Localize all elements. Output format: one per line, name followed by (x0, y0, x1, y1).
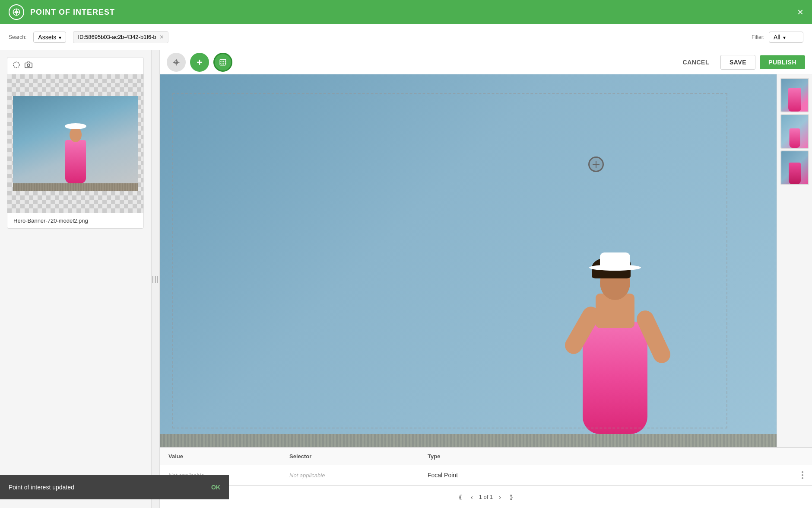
cancel-button[interactable]: CANCEL (676, 55, 716, 69)
undo-icon[interactable] (13, 61, 20, 70)
resize-handle[interactable]: ||| (151, 50, 160, 508)
filter-chevron (783, 34, 786, 41)
svg-point-4 (13, 62, 19, 68)
search-type-dropdown[interactable]: Assets (33, 32, 66, 43)
col-header-value: Value (168, 453, 289, 460)
data-table: Value Selector Type Not applicable Not a… (160, 447, 812, 486)
thumbnail-3[interactable] (780, 150, 809, 185)
select-tool-button[interactable] (213, 53, 232, 72)
col-header-type: Type (428, 453, 803, 460)
thumbnail-strip (777, 74, 812, 447)
app-title: POINT OF INTEREST (30, 8, 797, 17)
image-editor-area (160, 74, 812, 447)
asset-card-toolbar (7, 58, 143, 74)
camera-icon[interactable] (25, 61, 32, 70)
table-row: Not applicable Not applicable Focal Poin… (160, 465, 812, 486)
thumbnail-2[interactable] (780, 114, 809, 149)
left-panel: Hero-Banner-720-model2.png (0, 50, 151, 508)
focus-crosshair[interactable] (588, 157, 604, 172)
right-panel: CANCEL SAVE PUBLISH (160, 50, 812, 508)
toast-ok-button[interactable]: OK (211, 484, 220, 491)
thumbnail-1[interactable] (780, 78, 809, 112)
main-layout: Hero-Banner-720-model2.png ||| (0, 50, 812, 508)
asset-image-container (7, 74, 143, 213)
app-header: POINT OF INTEREST × (0, 0, 812, 24)
main-image-background (160, 74, 777, 447)
prev-page-button[interactable]: ‹ (468, 492, 476, 502)
filter-section: Filter: All (752, 32, 803, 43)
table-header: Value Selector Type (160, 448, 812, 465)
dropdown-chevron (59, 34, 61, 41)
more-options-icon (802, 471, 803, 479)
svg-rect-11 (220, 59, 226, 65)
subject-figure (546, 265, 684, 434)
row-type: Focal Point (428, 472, 802, 479)
page-info: 1 of 1 (479, 494, 493, 500)
close-button[interactable]: × (797, 6, 803, 18)
asset-card: Hero-Banner-720-model2.png (7, 57, 144, 229)
search-bar: Search: Assets ID:58695b03-ac2b-4342-b1f… (0, 24, 812, 50)
save-button[interactable]: SAVE (720, 55, 755, 70)
toast-message: Point of interest updated (9, 484, 74, 491)
chip-close-button[interactable]: × (160, 33, 164, 41)
last-page-button[interactable]: ⟫ (507, 492, 516, 502)
row-actions-button[interactable] (802, 471, 803, 479)
search-label: Search: (9, 34, 26, 40)
row-selector: Not applicable (289, 472, 428, 479)
add-point-button[interactable] (190, 53, 209, 72)
editor-toolbar: CANCEL SAVE PUBLISH (160, 50, 812, 74)
first-page-button[interactable]: ⟪ (456, 492, 465, 502)
fringe-decoration (160, 434, 777, 447)
filter-dropdown[interactable]: All (769, 32, 803, 43)
col-header-selector: Selector (289, 453, 428, 460)
svg-point-5 (27, 64, 30, 67)
publish-button[interactable]: PUBLISH (760, 55, 805, 69)
next-page-button[interactable]: › (496, 492, 504, 502)
asset-image (13, 96, 138, 191)
editor-actions: CANCEL SAVE PUBLISH (676, 55, 805, 70)
main-image-canvas[interactable] (160, 74, 777, 447)
asset-filename: Hero-Banner-720-model2.png (7, 213, 143, 228)
search-id-chip: ID:58695b03-ac2b-4342-b1f6-b × (73, 31, 168, 43)
pagination-bar: ⟪ ‹ 1 of 1 › ⟫ (160, 486, 812, 508)
crosshair-tool-button[interactable] (167, 53, 186, 72)
poi-icon (9, 4, 24, 20)
toast-notification: Point of interest updated OK (0, 475, 229, 499)
